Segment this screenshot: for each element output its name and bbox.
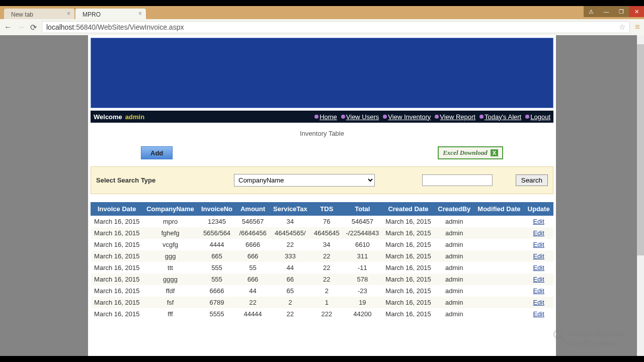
tab-title: New tab	[11, 11, 33, 18]
windows-watermark: Activate Windows Go to PC settings	[553, 330, 624, 347]
col-header: InvoiceNo	[198, 203, 236, 216]
col-header: Amount	[236, 203, 270, 216]
bullet-icon	[525, 115, 529, 119]
close-icon[interactable]: ×	[67, 10, 70, 17]
alert-icon[interactable]: ⚠	[584, 6, 599, 17]
chrome-menu-icon[interactable]: ≡	[635, 22, 640, 32]
edit-link[interactable]: Edit	[533, 229, 544, 237]
invoice-table: Invoice DateCompanyNameInvoiceNoAmountSe…	[91, 202, 553, 320]
maximize-button[interactable]: ❐	[614, 6, 629, 17]
nav-link-home[interactable]: Home	[314, 113, 337, 121]
search-type-label: Select Search Type	[96, 176, 227, 184]
col-header: CreatedBy	[434, 203, 474, 216]
nav-link-view-inventory[interactable]: View Inventory	[383, 113, 431, 121]
excel-label: Excel Download	[443, 149, 487, 157]
col-header: Invoice Date	[91, 203, 143, 216]
table-row: March 16, 2015gggg5556666622578March 16,…	[91, 274, 553, 285]
nav-link-view-users[interactable]: View Users	[341, 113, 379, 121]
page-title: Inventory Table	[91, 130, 553, 137]
add-button[interactable]: Add	[141, 146, 173, 159]
col-header: TDS	[311, 203, 343, 216]
table-row: March 16, 2015ffdf666644652-23March 16, …	[91, 285, 553, 297]
tab-title: MPRO	[83, 11, 101, 18]
url-input[interactable]: localhost:56840/WebSites/ViewInvoice.asp…	[42, 21, 630, 33]
bookmark-icon[interactable]: ☆	[619, 23, 625, 32]
url-path: :56840/WebSites/ViewInvoice.aspx	[74, 23, 184, 31]
edit-link[interactable]: Edit	[533, 241, 544, 248]
nav-link-today-s-alert[interactable]: Today's Alert	[479, 113, 521, 121]
browser-tab-inactive[interactable]: New tab ×	[4, 9, 74, 19]
excel-icon: X	[491, 149, 498, 156]
bullet-icon	[383, 115, 387, 119]
col-header: Created Date	[382, 203, 435, 216]
bullet-icon	[435, 115, 439, 119]
table-row: March 16, 2015vcgfg4444666622346610March…	[91, 239, 553, 250]
close-button[interactable]: ✕	[629, 6, 644, 17]
edit-link[interactable]: Edit	[533, 218, 544, 225]
edit-link[interactable]: Edit	[533, 287, 544, 295]
col-header: Total	[343, 203, 382, 216]
nav-link-logout[interactable]: Logout	[525, 113, 550, 121]
table-row: March 16, 2015ttt555554422-11March 16, 2…	[91, 262, 553, 274]
table-row: March 16, 2015ggg66566633322311March 16,…	[91, 250, 553, 262]
reload-button[interactable]: ⟳	[30, 23, 37, 32]
header-banner	[91, 38, 553, 108]
edit-link[interactable]: Edit	[533, 264, 544, 272]
bullet-icon	[314, 115, 318, 119]
col-header: Update	[524, 203, 553, 216]
scrollbar-thumb[interactable]	[637, 44, 644, 255]
browser-tab-active[interactable]: MPRO ×	[75, 9, 146, 19]
scrollbar[interactable]	[637, 35, 644, 362]
col-header: ServiceTax	[270, 203, 311, 216]
bullet-icon	[479, 115, 484, 119]
forward-button: →	[17, 23, 25, 32]
close-icon[interactable]: ×	[138, 10, 142, 17]
table-row: March 16, 2015fghefg5656/564/66464564645…	[91, 227, 553, 239]
search-type-select[interactable]: CompanyName	[234, 174, 375, 187]
bullet-icon	[341, 115, 345, 119]
url-host: localhost	[46, 23, 74, 31]
back-button[interactable]: ←	[4, 23, 12, 32]
nav-link-view-report[interactable]: View Report	[435, 113, 475, 121]
magnifier-icon	[553, 330, 562, 339]
excel-download-button[interactable]: Excel Download X	[438, 146, 503, 159]
edit-link[interactable]: Edit	[533, 252, 544, 260]
minimize-button[interactable]: ―	[599, 6, 614, 17]
app-menubar: Welcome admin HomeView UsersView Invento…	[91, 111, 553, 123]
search-button[interactable]: Search	[516, 174, 548, 186]
table-row: March 16, 2015fff5555444442222244200Marc…	[91, 308, 553, 320]
col-header: Modified Date	[474, 203, 524, 216]
edit-link[interactable]: Edit	[533, 310, 544, 318]
welcome-label: Welcome	[94, 113, 122, 121]
edit-link[interactable]: Edit	[533, 299, 544, 306]
col-header: CompanyName	[143, 203, 198, 216]
table-row: March 16, 2015fsf6789222119March 16, 201…	[91, 297, 553, 308]
username-label: admin	[125, 113, 144, 121]
search-input[interactable]	[422, 174, 493, 186]
search-panel: Select Search Type CompanyName Search	[91, 166, 553, 194]
edit-link[interactable]: Edit	[533, 276, 544, 283]
table-row: March 16, 2015mpro123455465673476546457M…	[91, 216, 553, 228]
